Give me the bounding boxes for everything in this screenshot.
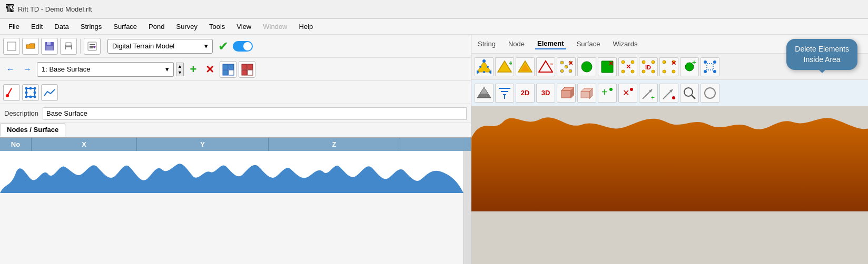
menu-pond[interactable]: Pond bbox=[143, 21, 170, 32]
surface-dropdown[interactable]: 1: Base Surface ▾ bbox=[37, 62, 174, 77]
toolbar-row1: Digital Terrain Model ▾ ✔ bbox=[0, 35, 471, 58]
triangle-select-button[interactable] bbox=[475, 57, 494, 76]
menu-strings[interactable]: Strings bbox=[75, 21, 107, 32]
up-arrow-icon[interactable]: ▲ bbox=[176, 63, 183, 69]
arrow-plus-button[interactable]: + bbox=[639, 84, 658, 103]
menu-data[interactable]: Data bbox=[49, 21, 74, 32]
triangle-fill-button[interactable] bbox=[516, 57, 535, 76]
more-button[interactable] bbox=[701, 84, 719, 103]
menu-edit[interactable]: Edit bbox=[26, 21, 48, 32]
svg-rect-80 bbox=[561, 90, 571, 98]
menu-window[interactable]: Window bbox=[258, 21, 292, 32]
svg-point-36 bbox=[483, 71, 485, 73]
node-corner-button[interactable] bbox=[701, 57, 719, 76]
svg-point-71 bbox=[704, 70, 707, 73]
surface-label: 1: Base Surface bbox=[42, 65, 91, 73]
right-panel: Delete ElementsInside Area String Node E… bbox=[471, 35, 868, 264]
tab-nodes-surface[interactable]: Nodes / Surface bbox=[0, 123, 65, 137]
svg-rect-11 bbox=[223, 64, 228, 69]
svg-point-26 bbox=[29, 87, 32, 89]
svg-point-27 bbox=[29, 95, 32, 98]
menu-surface[interactable]: Surface bbox=[108, 21, 142, 32]
search-button[interactable] bbox=[680, 84, 699, 103]
tab-surface[interactable]: Surface bbox=[575, 39, 603, 49]
triangle-delete-button[interactable]: − bbox=[536, 57, 555, 76]
nodes-delete-x-button[interactable]: ✕ bbox=[557, 57, 576, 76]
svg-line-97 bbox=[692, 95, 695, 99]
delete-surface-button[interactable]: ✕ bbox=[203, 62, 218, 77]
dropdown-arrow-icon: ▾ bbox=[204, 42, 208, 50]
3d-box2-button[interactable] bbox=[577, 84, 596, 103]
model-type-dropdown[interactable]: Digital Terrain Model ▾ bbox=[107, 39, 213, 54]
arrow-red-button[interactable] bbox=[659, 84, 678, 103]
nodes-yellow-x-button[interactable]: ✕ bbox=[618, 57, 637, 76]
svg-point-55 bbox=[631, 70, 634, 73]
description-input[interactable]: Base Surface bbox=[43, 107, 467, 120]
menu-tools[interactable]: Tools bbox=[204, 21, 230, 32]
delete-element-button[interactable]: ✕ bbox=[618, 84, 637, 103]
string-select-button[interactable] bbox=[22, 84, 39, 101]
2d-button[interactable]: 2D bbox=[516, 84, 535, 103]
open-button[interactable] bbox=[22, 38, 39, 55]
svg-text:ID: ID bbox=[645, 64, 651, 70]
tab-wizards[interactable]: Wizards bbox=[610, 39, 639, 49]
chart-area bbox=[0, 151, 463, 193]
3d-button[interactable]: 3D bbox=[536, 84, 555, 103]
terrain-path bbox=[471, 117, 868, 211]
svg-point-58 bbox=[652, 60, 655, 64]
terrain-view-button[interactable] bbox=[475, 84, 494, 103]
add-element-button[interactable]: + bbox=[598, 84, 617, 103]
node-icon-button[interactable] bbox=[3, 84, 20, 101]
tab-node[interactable]: Node bbox=[506, 39, 527, 49]
svg-point-70 bbox=[713, 60, 716, 64]
3d-box1-button[interactable] bbox=[557, 84, 576, 103]
svg-point-98 bbox=[705, 88, 715, 98]
nodes-red-x2-button[interactable]: ✕ bbox=[659, 57, 678, 76]
svg-point-43 bbox=[560, 61, 564, 64]
green-square-x-button[interactable]: ✕ bbox=[598, 57, 617, 76]
sep1 bbox=[80, 39, 81, 54]
triangle-add-button[interactable]: + bbox=[495, 57, 514, 76]
profile-button[interactable] bbox=[41, 84, 58, 101]
vertical-scrollbar[interactable] bbox=[463, 151, 471, 264]
filter-button[interactable] bbox=[495, 84, 514, 103]
id-button[interactable]: ID bbox=[639, 57, 658, 76]
save-button[interactable] bbox=[41, 38, 58, 55]
new-button[interactable] bbox=[3, 38, 20, 55]
active-toggle[interactable] bbox=[233, 41, 253, 52]
svg-point-29 bbox=[34, 91, 36, 94]
svg-text:+: + bbox=[651, 94, 655, 101]
svg-point-31 bbox=[482, 59, 486, 63]
menu-survey[interactable]: Survey bbox=[171, 21, 202, 32]
title-bar: 🏗 Rift TD - Demo Model.rft bbox=[0, 0, 868, 19]
edit-button[interactable] bbox=[84, 38, 101, 55]
tab-element[interactable]: Element bbox=[535, 38, 566, 49]
main-layout: Digital Terrain Model ▾ ✔ ← → 1: Base Su… bbox=[0, 35, 868, 264]
menu-file[interactable]: File bbox=[3, 21, 25, 32]
svg-rect-13 bbox=[223, 70, 228, 75]
grid-delete-button[interactable] bbox=[239, 61, 255, 78]
tab-string[interactable]: String bbox=[476, 39, 498, 49]
svg-point-72 bbox=[713, 70, 716, 73]
svg-point-53 bbox=[631, 60, 634, 64]
svg-rect-16 bbox=[248, 64, 253, 69]
surface-updown[interactable]: ▲ ▼ bbox=[176, 63, 184, 76]
tooltip-text: Delete ElementsInside Area bbox=[795, 45, 849, 64]
forward-button[interactable]: → bbox=[20, 62, 35, 77]
svg-point-87 bbox=[609, 88, 613, 91]
svg-rect-14 bbox=[229, 70, 234, 75]
grid-view-button[interactable] bbox=[220, 61, 236, 78]
green-circle-button[interactable] bbox=[577, 57, 596, 76]
svg-point-65 bbox=[672, 70, 675, 73]
menu-view[interactable]: View bbox=[231, 21, 257, 32]
back-button[interactable]: ← bbox=[3, 62, 18, 77]
down-arrow-icon[interactable]: ▼ bbox=[176, 69, 183, 76]
green-dot-add-button[interactable]: + bbox=[680, 57, 699, 76]
svg-text:✕: ✕ bbox=[623, 88, 629, 97]
window-title: Rift TD - Demo Model.rft bbox=[18, 5, 92, 13]
print-button[interactable] bbox=[60, 38, 77, 55]
svg-point-95 bbox=[672, 96, 675, 99]
menu-help[interactable]: Help bbox=[294, 21, 319, 32]
check-green-icon: ✔ bbox=[218, 39, 229, 54]
add-surface-button[interactable]: + bbox=[186, 62, 201, 77]
